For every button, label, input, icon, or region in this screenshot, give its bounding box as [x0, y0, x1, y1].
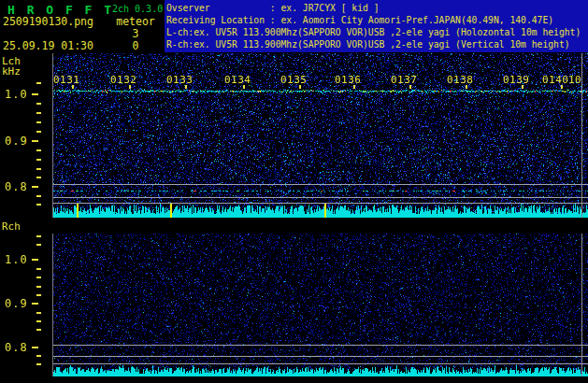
freq-tick-label: 1.0: [5, 88, 28, 101]
freq-minor-tick: [36, 103, 41, 105]
freq-minor-tick: [36, 82, 41, 84]
lch-meteor-count: 3: [114, 27, 157, 40]
station-info-line: L-ch:ex. UV5R 113.900Mhz(SAPPORO VOR)USB…: [166, 26, 588, 38]
freq-minor-tick: [36, 294, 41, 296]
time-tick: [409, 85, 411, 89]
time-label-partial: 10: [568, 74, 581, 86]
freq-minor-tick: [36, 149, 41, 151]
time-tick: [72, 85, 74, 89]
freq-major-tick: [32, 140, 38, 142]
station-info-line: R-ch:ex. UV5R 113.900Mhz(SAPPORO VOR)USB…: [166, 38, 588, 50]
freq-minor-tick: [36, 112, 41, 114]
freq-minor-tick: [36, 286, 41, 288]
freq-minor-tick: [36, 320, 41, 322]
freq-minor-tick: [36, 159, 41, 161]
app-version: 2ch 0.3.0: [112, 4, 163, 14]
rch-meteor-count: 0: [114, 39, 157, 52]
time-tick: [243, 85, 245, 89]
time-label: 0137: [391, 74, 418, 86]
time-label: 0140: [542, 74, 569, 86]
time-tick: [561, 85, 563, 89]
time-label: 0138: [447, 74, 474, 86]
freq-tick-label: 0.9: [5, 297, 28, 310]
freq-minor-tick: [36, 244, 41, 246]
freq-minor-tick: [36, 204, 41, 206]
freq-minor-tick: [36, 131, 41, 133]
time-label: 0136: [335, 74, 362, 86]
time-label: 0134: [224, 74, 251, 86]
station-info-line: Ovserver : ex. JR7CYX [ kid ]: [166, 2, 588, 14]
time-tick: [353, 85, 355, 89]
freq-tick-label: 0.8: [5, 180, 28, 193]
frequency-unit-label: kHz: [2, 65, 21, 78]
output-filename: 2509190130.png: [3, 15, 93, 28]
freq-major-tick: [32, 303, 38, 305]
time-tick: [522, 85, 523, 89]
freq-minor-tick: [36, 177, 41, 178]
freq-major-tick: [32, 93, 38, 95]
freq-minor-tick: [36, 329, 41, 331]
freq-major-tick: [32, 186, 38, 188]
time-label: 0132: [110, 74, 137, 86]
freq-tick-label: 1.0: [5, 253, 28, 266]
time-tick: [129, 85, 131, 89]
freq-minor-tick: [36, 195, 41, 197]
freq-minor-tick: [36, 355, 41, 357]
time-label: 0133: [166, 74, 194, 86]
mode-label: meteor: [114, 15, 157, 28]
freq-minor-tick: [36, 277, 41, 278]
freq-tick-label: 0.9: [5, 135, 28, 148]
freq-minor-tick: [36, 235, 41, 237]
freq-major-tick: [32, 259, 38, 261]
time-tick: [185, 85, 187, 89]
freq-minor-tick: [36, 268, 41, 270]
station-info-line: Receiving Location : ex. Aomori City Aom…: [166, 14, 588, 26]
datetime-label: 25.09.19 01:30: [3, 39, 93, 52]
freq-minor-tick: [36, 363, 41, 365]
time-tick: [466, 85, 467, 89]
time-label: 0139: [503, 74, 530, 86]
rch-axis-border: [52, 234, 53, 376]
rch-panel-label: Rch: [2, 220, 21, 233]
hrofft-window: H R O F F T 2ch 0.3.0 2509190130.png met…: [0, 0, 588, 383]
time-tick: [299, 85, 301, 89]
time-label: 0131: [53, 74, 80, 86]
freq-minor-tick: [36, 312, 41, 314]
station-info-panel: Ovserver : ex. JR7CYX [ kid ]Receiving L…: [166, 2, 588, 50]
freq-major-tick: [32, 347, 38, 348]
freq-tick-label: 0.8: [5, 341, 28, 354]
time-label: 0135: [280, 74, 308, 86]
freq-minor-tick: [36, 168, 41, 170]
freq-minor-tick: [36, 121, 41, 123]
rch-spectrogram: [53, 234, 588, 376]
